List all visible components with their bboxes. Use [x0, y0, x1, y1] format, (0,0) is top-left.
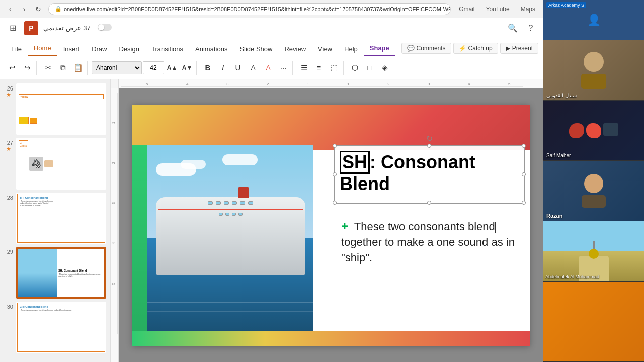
slide-title-textbox[interactable]: ↻ SH: Consonant Bl	[334, 145, 525, 204]
tab-design[interactable]: Design	[113, 42, 145, 56]
tab-view[interactable]: View	[312, 42, 338, 56]
slide-body-textbox[interactable]: + These two consonants blend together to…	[334, 213, 525, 270]
slide-item-30[interactable]: 30 CH: Consonant Blend · These two conso…	[4, 302, 106, 353]
underline-button[interactable]: U	[231, 61, 245, 75]
tab-draw[interactable]: Draw	[86, 42, 113, 56]
slide-title-sh: SH	[340, 151, 370, 174]
tab-file[interactable]: File	[5, 42, 28, 56]
shape-outline-button[interactable]: □	[363, 61, 377, 75]
redo-button[interactable]: ↪	[20, 61, 34, 75]
slide-item-28[interactable]: 28 TH: Consonant Blend · These two conso…	[4, 193, 106, 244]
slide-thumb-29[interactable]: SH: Consonant Blend · These two consonan…	[16, 247, 106, 298]
svg-text:5: 5	[111, 282, 116, 285]
slide-image	[147, 145, 313, 331]
align-button[interactable]: ⬚	[327, 61, 341, 75]
handle-top-middle[interactable]	[427, 144, 431, 148]
handle-bottom-right[interactable]	[522, 201, 526, 205]
ppt-application: ‹ › ↻ 🔒 onedrive.live.com/edit?id=2B08E0…	[0, 0, 543, 362]
present-button[interactable]: ▶ Present	[500, 43, 538, 54]
slide-thumb-26[interactable]: Yellow	[16, 83, 106, 135]
ruler-corner	[111, 79, 119, 88]
svg-text:5: 5	[146, 82, 148, 86]
increase-font-button[interactable]: A▲	[165, 61, 179, 75]
autosave-toggle[interactable]	[98, 24, 112, 33]
slide-canvas-area[interactable]: ↻ SH: Consonant Bl	[119, 88, 543, 362]
font-family-select[interactable]: Aharoni	[92, 61, 142, 74]
slide-title: SH: Consonant Blend	[340, 151, 519, 194]
svg-text:1: 1	[111, 121, 116, 124]
help-icon-button[interactable]: ?	[524, 22, 537, 35]
handle-bottom-middle[interactable]	[427, 201, 431, 205]
copy-button[interactable]: ⧉	[56, 61, 70, 75]
app-grid-button[interactable]: ⊞	[6, 22, 19, 35]
cut-button[interactable]: ✂	[41, 61, 55, 75]
tab-help[interactable]: Help	[338, 42, 364, 56]
tab-slideshow[interactable]: Slide Show	[233, 42, 278, 56]
catchup-button[interactable]: ⚡ Catch up	[453, 43, 498, 54]
app-title: 37 عرض تقديمي	[43, 24, 91, 32]
handle-top-right[interactable]	[522, 144, 526, 148]
video-top-label: Arkaz Academy S	[546, 2, 586, 8]
thumb-29-body: · These two consonants blend together to…	[58, 273, 103, 277]
video-name-5: Abdelmalek Al Mohammad	[545, 274, 599, 279]
video-item-5: Abdelmalek Al Mohammad	[543, 221, 644, 282]
tab-shape[interactable]: Shape	[364, 41, 395, 56]
video-item-4: Razan	[543, 161, 644, 221]
highlight-button[interactable]: A	[246, 61, 260, 75]
slide-thumb-30[interactable]: CH: Consonant Blend · These two consonan…	[16, 302, 106, 353]
refresh-button[interactable]: ↻	[32, 3, 44, 15]
font-size-input[interactable]	[143, 61, 164, 74]
numbered-list-button[interactable]: ≡	[312, 61, 326, 75]
slide-thumb-27[interactable]: ZZebra 🦓	[16, 138, 106, 189]
handle-middle-left[interactable]	[333, 172, 337, 176]
decrease-font-button[interactable]: A▼	[180, 61, 194, 75]
slide-title-blend: Blend	[340, 173, 390, 194]
video-name-2: سندل القدومي	[546, 93, 577, 98]
bookmark-gmail[interactable]: Gmail	[455, 5, 478, 14]
video-name-3: Saif Maher	[546, 153, 571, 158]
tab-animations[interactable]: Animations	[189, 42, 233, 56]
bold-button[interactable]: B	[201, 61, 215, 75]
tab-home[interactable]: Home	[28, 41, 57, 56]
slide-body-text: + These two consonants blend together to…	[341, 218, 520, 265]
slide-item-29[interactable]: 29 SH: Consonant Blend · These two conso…	[4, 247, 106, 298]
slide-main-area: 5 4 3 2 1 1 2 3 4 5	[111, 79, 543, 362]
back-button[interactable]: ‹	[4, 3, 16, 15]
tab-insert[interactable]: Insert	[57, 42, 86, 56]
shape-fill-button[interactable]: ⬡	[348, 61, 362, 75]
undo-button[interactable]: ↩	[5, 61, 19, 75]
italic-button[interactable]: I	[216, 61, 230, 75]
bookmark-youtube[interactable]: YouTube	[482, 5, 514, 14]
tab-review[interactable]: Review	[278, 42, 312, 56]
svg-text:1: 1	[347, 82, 350, 86]
browser-bar: ‹ › ↻ 🔒 onedrive.live.com/edit?id=2B08E0…	[0, 0, 543, 18]
svg-text:4: 4	[468, 82, 470, 86]
toolbar-clipboard-group: ✂ ⧉ 📋	[39, 61, 88, 75]
font-color-button[interactable]: A	[261, 61, 275, 75]
slide-item-27[interactable]: 27 ★ ZZebra 🦓	[4, 138, 106, 189]
handle-top-left[interactable]	[333, 144, 337, 148]
tab-transitions[interactable]: Transitions	[145, 42, 189, 56]
thumb-30-title: CH: Consonant Blend	[20, 305, 103, 308]
more-format-button[interactable]: ···	[276, 61, 290, 75]
slide-bullet: +	[341, 219, 348, 233]
slide-thumb-28[interactable]: TH: Consonant Blend · These two consonan…	[16, 193, 106, 244]
address-bar[interactable]: 🔒 onedrive.live.com/edit?id=2B08E0D0D874…	[48, 3, 451, 15]
rotate-handle[interactable]: ↻	[426, 134, 433, 143]
comments-button[interactable]: 💬 Comments	[401, 43, 451, 54]
forward-button[interactable]: ›	[18, 3, 30, 15]
search-button[interactable]: 🔍	[506, 22, 519, 35]
handle-bottom-left[interactable]	[333, 201, 337, 205]
bullet-list-button[interactable]: ☰	[297, 61, 311, 75]
video-item-6	[543, 282, 644, 362]
shape-effects-button[interactable]: ◈	[378, 61, 392, 75]
video-name-4: Razan	[546, 213, 562, 219]
slide-number-28: 28	[4, 195, 13, 201]
bookmark-maps[interactable]: Maps	[517, 5, 539, 14]
handle-middle-right[interactable]	[522, 172, 526, 176]
text-cursor	[495, 222, 496, 233]
slide-panel[interactable]: 26 ★ Yellow 27 ★	[0, 79, 111, 362]
app-title-bar: ⊞ P 37 عرض تقديمي 🔍 ?	[0, 18, 543, 38]
slide-item-26[interactable]: 26 ★ Yellow	[4, 83, 106, 135]
paste-button[interactable]: 📋	[71, 61, 85, 75]
